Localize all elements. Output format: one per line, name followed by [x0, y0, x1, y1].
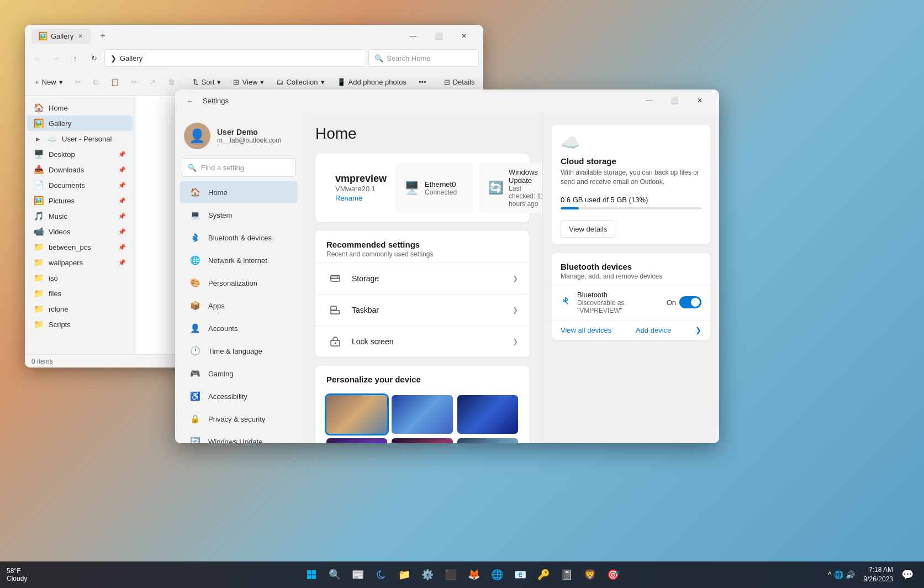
- sidebar-item-gallery[interactable]: 🖼️ Gallery: [27, 116, 133, 131]
- taskbar-edge-button[interactable]: [371, 565, 391, 585]
- sort-dropdown-icon: ▾: [217, 78, 221, 86]
- rename-button[interactable]: ✏: [126, 75, 143, 90]
- sidebar-item-documents[interactable]: 📄 Documents 📌: [27, 177, 133, 193]
- settings-nav-personalization[interactable]: 🎨 Personalization: [179, 272, 298, 294]
- settings-user-profile[interactable]: 👤 User Demo m__lab@outlook.com: [175, 116, 302, 158]
- copy-button[interactable]: ⧉: [88, 75, 104, 90]
- taskbar-icon: [326, 301, 344, 319]
- weather-widget[interactable]: 58°F Cloudy: [7, 567, 27, 582]
- sidebar-item-home[interactable]: 🏠 Home: [27, 100, 133, 116]
- view-details-button[interactable]: View details: [561, 221, 615, 238]
- taskbar-misc-button[interactable]: 🎯: [603, 565, 623, 585]
- settings-back-button[interactable]: ←: [182, 92, 198, 109]
- taskbar-chrome-button[interactable]: 🌐: [487, 565, 507, 585]
- taskbar-settings-button[interactable]: ⚙️: [418, 565, 437, 585]
- new-tab-button[interactable]: +: [95, 28, 110, 44]
- sidebar-item-pictures[interactable]: 🖼️ Pictures 📌: [27, 193, 133, 208]
- delete-button[interactable]: 🗑: [162, 75, 181, 90]
- taskbar-firefox-button[interactable]: 🦊: [464, 565, 484, 585]
- fe-close-button[interactable]: ✕: [451, 27, 477, 45]
- sidebar-rclone-label: rclone: [49, 305, 68, 313]
- settings-nav-accounts[interactable]: 👤 Accounts: [179, 317, 298, 339]
- profile-rename-link[interactable]: Rename: [335, 194, 362, 202]
- fe-refresh-button[interactable]: ↻: [86, 50, 102, 66]
- taskbar-widgets-button[interactable]: 📰: [348, 565, 368, 585]
- bluetooth-toggle-switch[interactable]: On: [667, 296, 701, 308]
- collection-button[interactable]: 🗂 Collection ▾: [271, 75, 330, 90]
- lock-screen-list-item[interactable]: Lock screen ❯: [315, 326, 529, 357]
- wallpaper-5[interactable]: [392, 438, 452, 443]
- settings-nav-time[interactable]: 🕐 Time & language: [179, 340, 298, 362]
- taskbar-onenote-button[interactable]: 📓: [557, 565, 577, 585]
- settings-nav-privacy[interactable]: 🔒 Privacy & security: [179, 408, 298, 430]
- taskbar-list-item[interactable]: Taskbar ❯: [315, 294, 529, 326]
- fe-minimize-button[interactable]: —: [400, 27, 426, 45]
- paste-button[interactable]: 📋: [105, 75, 125, 90]
- wallpaper-6[interactable]: [457, 438, 518, 443]
- sidebar-item-downloads[interactable]: 📥 Downloads 📌: [27, 162, 133, 177]
- sidebar-item-music[interactable]: 🎵 Music 📌: [27, 208, 133, 224]
- add-phone-button[interactable]: 📱 Add phone photos: [331, 75, 413, 90]
- more-options-button[interactable]: •••: [413, 75, 432, 90]
- sidebar-item-scripts[interactable]: 📁 Scripts: [27, 317, 133, 332]
- fe-up-button[interactable]: ↑: [67, 50, 83, 66]
- settings-maximize-button[interactable]: ⬜: [662, 92, 687, 109]
- settings-nav-updates[interactable]: 🔄 Windows Update: [179, 431, 298, 443]
- sidebar-item-between-pcs[interactable]: 📁 between_pcs 📌: [27, 239, 133, 255]
- share-button[interactable]: ↗: [144, 75, 161, 90]
- settings-nav-apps[interactable]: 📦 Apps: [179, 295, 298, 317]
- wallpaper-4[interactable]: [326, 438, 387, 443]
- taskbar-outlook-button[interactable]: 📧: [510, 565, 530, 585]
- notification-button[interactable]: 💬: [897, 565, 917, 585]
- sidebar-item-files[interactable]: 📁 files: [27, 286, 133, 301]
- windows-update-icon: 🔄: [488, 181, 503, 195]
- settings-nav-accessibility[interactable]: ♿ Accessibility: [179, 385, 298, 407]
- start-button[interactable]: [302, 565, 321, 585]
- fe-forward-button[interactable]: →: [48, 50, 65, 66]
- sort-button[interactable]: ⇅ Sort ▾: [187, 75, 227, 90]
- sidebar-item-rclone[interactable]: 📁 rclone: [27, 301, 133, 317]
- settings-search-box[interactable]: 🔍 Find a setting: [182, 158, 295, 177]
- details-button[interactable]: ⊟ Details: [439, 75, 481, 90]
- wallpaper-3[interactable]: [457, 395, 518, 434]
- sys-tray[interactable]: ^ 🌐 🔊: [823, 570, 859, 579]
- sidebar-item-wallpapers[interactable]: 📁 wallpapers 📌: [27, 255, 133, 270]
- wallpaper-2[interactable]: [392, 395, 452, 434]
- sidebar-item-iso[interactable]: 📁 iso: [27, 270, 133, 286]
- taskbar-file-explorer-button[interactable]: 📁: [394, 565, 414, 585]
- cut-button[interactable]: ✂: [70, 75, 87, 90]
- folder-icon-4: 📁: [34, 288, 44, 298]
- sidebar-item-user-personal[interactable]: ▶ ☁️ User - Personal: [27, 131, 133, 146]
- settings-win-controls: — ⬜ ✕: [636, 92, 712, 109]
- collection-dropdown-icon: ▾: [321, 78, 325, 86]
- settings-nav-bluetooth[interactable]: Bluetooth & devices: [179, 227, 298, 249]
- time-display[interactable]: 7:18 AM 9/26/2023: [864, 565, 893, 584]
- settings-close-button[interactable]: ✕: [687, 92, 712, 109]
- storage-list-item[interactable]: Storage ❯: [315, 262, 529, 294]
- new-button[interactable]: + New ▾: [29, 75, 68, 90]
- view-button[interactable]: ⊞ View ▾: [228, 75, 270, 90]
- nav-time-icon: 🕐: [188, 344, 202, 358]
- wallpaper-1[interactable]: [326, 395, 387, 434]
- sidebar-item-desktop[interactable]: 🖥️ Desktop 📌: [27, 146, 133, 162]
- taskbar-search-button[interactable]: 🔍: [325, 565, 345, 585]
- settings-nav-home[interactable]: 🏠 Home: [179, 181, 298, 203]
- settings-nav-system[interactable]: 💻 System: [179, 204, 298, 226]
- settings-nav-network[interactable]: 🌐 Network & internet: [179, 249, 298, 271]
- fe-address-bar[interactable]: ❯ Gallery: [104, 49, 366, 67]
- user-avatar: 👤: [184, 123, 210, 149]
- fe-back-button[interactable]: ←: [29, 50, 46, 66]
- bluetooth-footer[interactable]: View all devices Add device ❯: [552, 320, 710, 340]
- settings-minimize-button[interactable]: —: [636, 92, 662, 109]
- taskbar-keepass-button[interactable]: 🔑: [534, 565, 553, 585]
- bluetooth-toggle[interactable]: [679, 296, 701, 308]
- taskbar-brave-button[interactable]: 🦁: [580, 565, 600, 585]
- storage-total: 5 GB: [610, 196, 627, 204]
- file-explorer-tab[interactable]: 🖼️ Gallery ✕: [31, 29, 91, 44]
- taskbar-terminal-button[interactable]: ⬛: [441, 565, 461, 585]
- settings-nav-gaming[interactable]: 🎮 Gaming: [179, 363, 298, 385]
- sidebar-item-videos[interactable]: 📹 Videos 📌: [27, 224, 133, 239]
- close-tab-button[interactable]: ✕: [77, 32, 84, 41]
- fe-maximize-button[interactable]: ⬜: [426, 27, 451, 45]
- fe-search-bar[interactable]: 🔍 Search Home: [368, 49, 479, 67]
